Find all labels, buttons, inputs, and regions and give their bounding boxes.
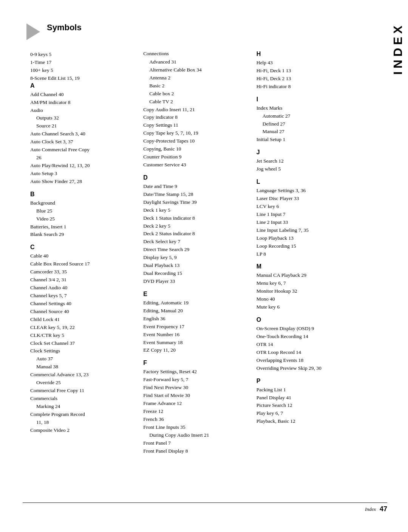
list-item: Counter Position 9 [143, 153, 249, 161]
list-item: Auto Clock Set 3, 37 [30, 138, 136, 146]
section-header-o: O [257, 316, 363, 323]
list-item: Background [30, 199, 136, 207]
triangle-icon [26, 23, 40, 40]
list-item: Line Input Labeling 7, 35 [257, 226, 363, 234]
list-item: Fast-Forward key 5, 7 [143, 376, 249, 384]
list-item: Loop Recording 15 [257, 242, 363, 250]
list-item: Video 25 [30, 215, 136, 223]
list-item: Outputs 32 [30, 114, 136, 122]
list-item: One-Touch Recording 14 [257, 333, 363, 341]
list-item: Deck 2 key 5 [143, 222, 249, 230]
page-number: 47 [380, 505, 387, 513]
list-item: Display key 5, 9 [143, 254, 249, 262]
list-item: Advanced 31 [143, 58, 249, 66]
list-item: CLK/CTR key 5 [30, 332, 136, 340]
list-item: Cable Box Record Source 17 [30, 260, 136, 268]
list-item: Copy Settings 11 [143, 121, 249, 129]
list-item: Basic 2 [143, 82, 249, 90]
section-header-f: F [143, 360, 249, 366]
list-item: Event Number 16 [143, 331, 249, 339]
index-text: INDEX [391, 23, 405, 75]
bottom-right: Index 47 [365, 505, 387, 513]
list-item: 100+ key 5 [30, 67, 136, 74]
list-item: Frame Advance 12 [143, 400, 249, 408]
title-area: Symbols [30, 23, 385, 47]
side-index: INDEX [388, 0, 408, 532]
list-item: Alternative Cable Box 34 [143, 66, 249, 74]
list-item: Channel 3/4 2, 31 [30, 276, 136, 284]
list-item: Laser Disc Player 33 [257, 195, 363, 203]
list-item: Language Settings 3, 36 [257, 187, 363, 195]
list-item: Help 43 [257, 59, 363, 67]
columns-wrapper: 0-9 keys 51-Time 17100+ key 58-Scene Edi… [30, 51, 385, 455]
column-2: ConnectionsAdvanced 31Alternative Cable … [143, 51, 256, 455]
section-header-m: M [257, 263, 363, 270]
list-item: Defined 27 [257, 120, 363, 128]
section-header-c: C [30, 244, 136, 251]
list-item: Commercial Free Copy 11 [30, 387, 136, 395]
list-item: Picture Search 12 [257, 402, 363, 409]
list-item: Manual CA Playback 29 [257, 271, 363, 279]
list-item: Event Summary 18 [143, 339, 249, 347]
list-item: Cable box 2 [143, 90, 249, 98]
list-item: Direct Time Search 29 [143, 246, 249, 254]
list-item: Cable TV 2 [143, 98, 249, 106]
list-item: French 36 [143, 416, 249, 423]
list-item: Dual Recording 15 [143, 270, 249, 278]
list-item: Auto Commercial Free Copy [30, 146, 136, 154]
list-item: Panel Display 41 [257, 394, 363, 402]
list-item: Play key 6, 7 [257, 409, 363, 417]
list-item: Commercial Advance 13, 23 [30, 371, 136, 379]
list-item: Auto Show Finder 27, 28 [30, 178, 136, 186]
list-item: Overriding Preview Skip 29, 30 [257, 364, 363, 372]
list-item: Source 21 [30, 122, 136, 130]
list-item: Front Panel 7 [143, 439, 249, 447]
list-item: Channel Audio 40 [30, 284, 136, 292]
list-item: Audio [30, 107, 136, 115]
list-item: Channel Source 40 [30, 308, 136, 316]
list-item: Dual Playback 13 [143, 262, 249, 270]
list-item: Event Frequency 17 [143, 323, 249, 331]
list-item: Child Lock 41 [30, 316, 136, 324]
list-item: Menu key 6, 7 [257, 279, 363, 287]
list-item: Customer Service 43 [143, 161, 249, 169]
list-item: Hi-Fi indicator 8 [257, 83, 363, 91]
section-header-b: B [30, 191, 136, 198]
list-item: Composite Video 2 [30, 427, 136, 434]
list-item: Freeze 12 [143, 408, 249, 416]
list-item: Commercials [30, 395, 136, 403]
section-header-j: J [257, 149, 363, 156]
column-1: 0-9 keys 51-Time 17100+ key 58-Scene Edi… [30, 51, 143, 455]
list-item: Packing List 1 [257, 386, 363, 394]
list-item: Automatic 27 [257, 112, 363, 120]
index-label: Index [365, 506, 376, 512]
list-item: Front Line Inputs 35 [143, 423, 249, 431]
list-item: Date and Time 9 [143, 183, 249, 191]
section-header-i: I [257, 96, 363, 103]
list-item: On-Screen Display (OSD) 9 [257, 325, 363, 333]
list-item: OTR 14 [257, 341, 363, 349]
list-item: Auto Setup 3 [30, 170, 136, 178]
section-header-d: D [143, 174, 249, 181]
list-item: Deck 2 Status indicator 8 [143, 230, 249, 238]
list-item: Mono 40 [257, 295, 363, 303]
list-item: Auto Channel Search 3, 40 [30, 130, 136, 138]
list-item: Line 2 Input 33 [257, 219, 363, 226]
list-item: Clock Settings [30, 347, 136, 355]
list-item: Camcorder 33, 35 [30, 268, 136, 276]
list-item: Mute key 6 [257, 303, 363, 311]
list-item: Line 1 Input 7 [257, 211, 363, 219]
list-item: Complete Program Record [30, 411, 136, 419]
list-item: Auto Play/Rewind 12, 13, 20 [30, 162, 136, 170]
list-item: Marking 24 [30, 403, 136, 411]
list-item: Cable 40 [30, 252, 136, 260]
list-item: Manual 27 [257, 128, 363, 136]
list-item: Initial Setup 1 [257, 136, 363, 144]
list-item: Copy Tape key 5, 7, 10, 19 [143, 129, 249, 137]
list-item: Override 25 [30, 379, 136, 387]
section-header-l: L [257, 178, 363, 185]
list-item: Index Marks [257, 104, 363, 112]
list-item: Channel keys 5, 7 [30, 292, 136, 300]
list-item: Clock Set Channel 37 [30, 340, 136, 347]
list-item: Copy Audio Insert 11, 21 [143, 106, 249, 114]
